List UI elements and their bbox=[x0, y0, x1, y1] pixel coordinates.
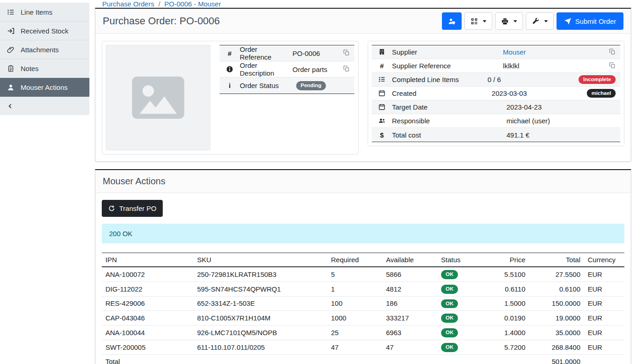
cell-currency: EUR bbox=[584, 281, 624, 296]
cell-required: 1000 bbox=[327, 311, 382, 325]
order-details-card: # Order Reference PO-0006 Order De bbox=[102, 41, 358, 154]
image-placeholder-icon bbox=[128, 68, 188, 127]
cell-total: 19.0000 bbox=[529, 311, 584, 325]
cell-price: 0.6110 bbox=[479, 281, 529, 296]
admin-users-button[interactable] bbox=[442, 12, 462, 30]
hash-icon: # bbox=[376, 62, 387, 70]
order-options-button[interactable] bbox=[526, 12, 554, 30]
cell-sku: 250-72981KLRATR150B3 bbox=[193, 267, 327, 281]
status-ok-badge: OK bbox=[441, 314, 458, 323]
incomplete-badge: Incomplete bbox=[579, 75, 616, 84]
info-icon: i bbox=[224, 82, 235, 89]
detail-row-total-cost: $ Total cost 491.1 € bbox=[372, 128, 620, 142]
status-alert: 200 OK bbox=[102, 224, 624, 243]
calendar-icon bbox=[376, 103, 387, 111]
detail-row-order-reference: # Order Reference PO-0006 bbox=[220, 45, 354, 61]
total-row-value: 501.0000 bbox=[529, 354, 584, 364]
barcode-actions-button[interactable] bbox=[464, 12, 492, 30]
cell-price: 5.5100 bbox=[479, 267, 529, 281]
cell-required: 100 bbox=[327, 296, 382, 311]
sidebar-item-notes[interactable]: Notes bbox=[0, 59, 89, 78]
line-item-row: SWT-200005611-110.107.011/02054747OK5.72… bbox=[102, 340, 624, 354]
sidebar-collapse-button[interactable] bbox=[0, 97, 89, 115]
breadcrumb-link-current-order[interactable]: PO-0006 - Mouser bbox=[165, 0, 221, 8]
detail-row-target-date: Target Date 2023-04-23 bbox=[372, 100, 620, 114]
copy-icon[interactable] bbox=[343, 49, 350, 57]
dollar-icon: $ bbox=[376, 131, 387, 139]
copy-icon[interactable] bbox=[343, 65, 350, 73]
info-circle-icon bbox=[224, 66, 235, 73]
cell-status: OK bbox=[437, 296, 479, 311]
cell-ipn: ANA-100072 bbox=[102, 267, 193, 281]
supplier-link[interactable]: Mouser bbox=[503, 48, 526, 56]
sidebar-item-mouser-actions[interactable]: Mouser Actions bbox=[0, 78, 89, 97]
status-ok-badge: OK bbox=[441, 343, 458, 352]
sidebar-item-line-items[interactable]: Line Items bbox=[0, 3, 89, 22]
col-header-ipn: IPN bbox=[102, 253, 193, 267]
copy-icon[interactable] bbox=[609, 62, 616, 70]
detail-label: Target Date bbox=[392, 103, 503, 111]
copy-icon[interactable] bbox=[609, 48, 616, 56]
col-header-status: Status bbox=[437, 253, 479, 267]
breadcrumb: Purchase Orders / PO-0006 - Mouser bbox=[95, 0, 631, 8]
transfer-po-button[interactable]: Transfer PO bbox=[102, 200, 163, 217]
print-actions-button[interactable] bbox=[495, 12, 523, 30]
printer-icon bbox=[501, 17, 509, 25]
user-shield-icon bbox=[448, 17, 456, 25]
chevron-left-icon bbox=[7, 103, 14, 110]
detail-value: 491.1 € bbox=[507, 131, 612, 139]
line-item-row: ANA-100044926-LMC7101QM5/NOPB256963OK1.4… bbox=[102, 325, 624, 340]
cell-available: 47 bbox=[382, 340, 437, 354]
status-ok-badge: OK bbox=[441, 299, 458, 309]
detail-label: Supplier bbox=[392, 48, 499, 56]
cell-status: OK bbox=[437, 340, 479, 354]
cell-price: 0.0190 bbox=[479, 311, 529, 325]
detail-value: lklklkl bbox=[503, 62, 605, 70]
cell-price: 5.7200 bbox=[479, 340, 529, 354]
detail-label: Order Reference bbox=[240, 45, 289, 61]
submit-order-label: Submit Order bbox=[575, 17, 616, 25]
paperclip-icon bbox=[7, 46, 15, 54]
detail-label: Order Status bbox=[240, 82, 292, 89]
col-header-price: Price bbox=[479, 253, 529, 267]
detail-label: Completed Line Items bbox=[392, 76, 484, 83]
col-header-currency: Currency bbox=[584, 253, 624, 267]
sign-in-icon bbox=[7, 27, 15, 35]
cell-total: 268.8400 bbox=[529, 340, 584, 354]
total-row-label: Total bbox=[102, 354, 193, 364]
submit-order-button[interactable]: Submit Order bbox=[557, 12, 623, 30]
mouser-actions-title: Mouser Actions bbox=[103, 176, 165, 187]
cell-price: 1.4000 bbox=[479, 325, 529, 340]
user-badge: michael bbox=[587, 89, 616, 98]
hash-icon: # bbox=[224, 50, 235, 57]
detail-value: Order parts bbox=[292, 66, 339, 73]
detail-row-supplier-reference: # Supplier Reference lklklkl bbox=[372, 59, 620, 73]
sidebar-item-received-stock[interactable]: Received Stock bbox=[0, 22, 89, 40]
mouser-actions-panel-header: Mouser Actions bbox=[95, 170, 631, 193]
detail-label: Supplier Reference bbox=[392, 62, 499, 70]
qrcode-icon bbox=[470, 17, 478, 25]
cell-available: 6963 bbox=[382, 325, 437, 340]
detail-row-responsible: Responsible michael (user) bbox=[372, 114, 620, 128]
order-image-placeholder[interactable] bbox=[106, 45, 210, 150]
page-title: Purchase Order: PO-0006 bbox=[103, 15, 220, 27]
cell-ipn: CAP-043046 bbox=[102, 311, 193, 325]
detail-row-completed-line-items: Completed Line Items 0 / 6 Incomplete bbox=[372, 73, 620, 87]
breadcrumb-link-purchase-orders[interactable]: Purchase Orders bbox=[102, 0, 154, 8]
sidebar-item-attachments[interactable]: Attachments bbox=[0, 40, 89, 59]
cell-ipn: SWT-200005 bbox=[102, 340, 193, 354]
breadcrumb-separator: / bbox=[158, 0, 160, 8]
order-details-table: # Order Reference PO-0006 Order De bbox=[220, 45, 354, 94]
cell-sku: 595-SN74HCS74QPWRQ1 bbox=[193, 281, 327, 296]
detail-value: 0 / 6 bbox=[487, 76, 575, 83]
cell-sku: 926-LMC7101QM5/NOPB bbox=[193, 325, 327, 340]
cell-ipn: ANA-100044 bbox=[102, 325, 193, 340]
caret-down-icon bbox=[483, 20, 486, 22]
cell-status: OK bbox=[437, 281, 479, 296]
sidebar-item-label: Line Items bbox=[21, 8, 52, 16]
cell-ipn: RES-429006 bbox=[102, 296, 193, 311]
cell-required: 1 bbox=[327, 281, 382, 296]
status-ok-badge: OK bbox=[441, 328, 458, 337]
detail-value: PO-0006 bbox=[292, 50, 339, 57]
cell-available: 5866 bbox=[382, 267, 437, 281]
